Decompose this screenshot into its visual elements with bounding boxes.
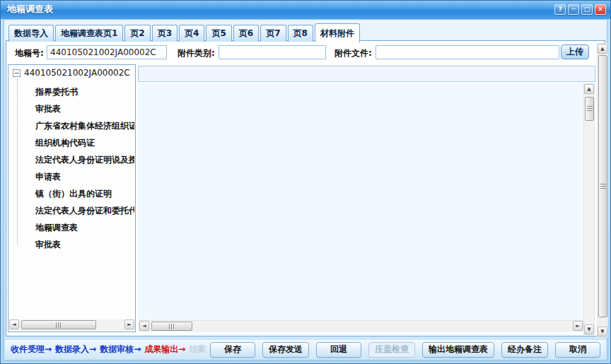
preview-vertical-scrollbar[interactable]: ▲ ▼ (583, 83, 595, 335)
tree-item[interactable]: 广东省农村集体经济组织证明 (35, 117, 134, 134)
scroll-left-icon[interactable]: ◄ (9, 319, 19, 329)
page-vscroll-thumb[interactable] (598, 55, 607, 317)
window-title: 地籍调查表 (7, 3, 53, 16)
attachment-preview-area[interactable] (138, 83, 583, 331)
bottom-action-bar: 收件受理→数据录入→数据审核→成果输出→结案 保存 保存发送 回退 压盖检查 输… (5, 340, 606, 359)
tab-bar: 数据导入 地籍调查表页1 页2 页3 页4 页5 页6 页7 页8 材料附件 (8, 23, 360, 42)
tree-horizontal-scrollbar[interactable]: ◄ ► (9, 319, 134, 331)
tab-page3[interactable]: 页3 (152, 25, 178, 42)
workflow-step-review: 数据审核→ (100, 344, 141, 354)
scroll-right-icon[interactable]: ► (124, 319, 134, 329)
tree-item[interactable]: 地籍调查表 (35, 219, 134, 236)
tab-survey-page1[interactable]: 地籍调查表页1 (55, 25, 123, 42)
attachment-tree-panel: − 440105021002JA00002C 指界委托书 审批表 广东省农村集体… (8, 64, 136, 332)
upload-button[interactable]: 上传 (561, 45, 589, 59)
tree-root-label: 440105021002JA00002C (24, 68, 130, 78)
workflow-step-output: 成果输出→ (144, 344, 185, 354)
attachment-file-input[interactable] (376, 45, 559, 59)
overlap-check-button: 压盖检查 (368, 342, 415, 358)
minimize-icon[interactable]: ─ (568, 4, 579, 15)
thumb-grip (169, 324, 175, 329)
close-icon[interactable]: ✕ (595, 4, 606, 15)
tree-item[interactable]: 审批表 (35, 100, 134, 117)
workflow-step-close: 结案 (189, 344, 206, 354)
cancel-button[interactable]: 取消 (555, 342, 600, 358)
parcel-number-label: 地籍号: (15, 47, 44, 59)
tree-hscroll-thumb[interactable] (21, 320, 96, 329)
workflow-step-intake: 收件受理→ (11, 344, 52, 354)
save-send-button[interactable]: 保存发送 (262, 342, 309, 358)
scroll-up-icon[interactable]: ▲ (598, 44, 607, 54)
scroll-down-icon[interactable]: ▼ (598, 327, 607, 336)
attachment-type-label: 附件类别: (178, 47, 215, 59)
tree-root-node[interactable]: − 440105021002JA00002C (13, 68, 130, 78)
rollback-button[interactable]: 回退 (316, 342, 361, 358)
scroll-left-icon[interactable]: ◄ (139, 321, 149, 331)
maximize-icon[interactable]: □ (581, 4, 593, 15)
scroll-right-icon[interactable]: ► (573, 321, 583, 331)
tree-item[interactable]: 审批表 (35, 236, 134, 253)
tab-page6[interactable]: 页6 (233, 25, 259, 42)
tree-collapse-icon[interactable]: − (13, 69, 21, 77)
tab-page4[interactable]: 页4 (179, 25, 204, 42)
attachment-type-input[interactable] (219, 45, 326, 59)
scroll-up-icon[interactable]: ▲ (584, 84, 594, 94)
tree-item[interactable]: 指界委托书 (35, 83, 134, 100)
workflow-status: 收件受理→数据录入→数据审核→成果输出→结案 (11, 344, 209, 356)
scroll-down-icon[interactable]: ▼ (584, 324, 594, 334)
window-controls: ? ─ □ ✕ (554, 4, 606, 15)
titlebar[interactable]: 地籍调查表 ? ─ □ ✕ (1, 1, 610, 19)
handler-notes-button[interactable]: 经办备注 (501, 342, 548, 358)
workflow-step-data-entry: 数据录入→ (55, 344, 96, 354)
help-icon[interactable]: ? (554, 4, 566, 15)
preview-hscroll-thumb[interactable] (151, 322, 192, 331)
tab-page2[interactable]: 页2 (124, 25, 150, 42)
preview-horizontal-scrollbar[interactable]: ◄ ► (139, 320, 583, 331)
app-window: 地籍调查表 ? ─ □ ✕ 数据导入 地籍调查表页1 页2 页3 页4 页5 页… (0, 0, 611, 364)
tree-item[interactable]: 镇（街）出具的证明 (35, 185, 134, 202)
tab-page7[interactable]: 页7 (260, 25, 286, 42)
tree-item[interactable]: 法定代表人身份证明说及授权 (35, 151, 134, 168)
tab-page5[interactable]: 页5 (206, 25, 231, 42)
tab-page8[interactable]: 页8 (288, 25, 313, 42)
tree-connector-line (17, 79, 18, 245)
tab-data-import[interactable]: 数据导入 (8, 25, 54, 42)
material-attachments-page: 地籍号: 附件类别: 附件文件: 上传 − 440105021002JA0000… (6, 40, 605, 336)
tree-item[interactable]: 组织机构代码证 (35, 134, 134, 151)
preview-header-panel (138, 66, 595, 82)
tree-item[interactable]: 法定代表人身份证和委托代理 (35, 202, 134, 219)
tree-item-list: 指界委托书 审批表 广东省农村集体经济组织证明 组织机构代码证 法定代表人身份证… (35, 83, 134, 253)
tree-item[interactable]: 申请表 (35, 168, 134, 185)
thumb-grip (587, 106, 593, 112)
thumb-grip (56, 322, 62, 328)
thumb-grip (600, 184, 606, 189)
parcel-number-input[interactable] (47, 45, 167, 59)
dialog-client-area: 数据导入 地籍调查表页1 页2 页3 页4 页5 页6 页7 页8 材料附件 地… (4, 19, 607, 360)
page-vertical-scrollbar[interactable]: ▲ ▼ (597, 43, 608, 337)
save-button[interactable]: 保存 (210, 342, 255, 358)
attachment-file-label: 附件文件: (334, 47, 372, 59)
tab-material-attachments[interactable]: 材料附件 (315, 23, 360, 42)
button-row: 保存 保存发送 回退 压盖检查 输出地籍调查表 经办备注 取消 (210, 342, 600, 358)
output-survey-form-button[interactable]: 输出地籍调查表 (422, 342, 494, 358)
preview-vscroll-thumb[interactable] (585, 97, 594, 121)
